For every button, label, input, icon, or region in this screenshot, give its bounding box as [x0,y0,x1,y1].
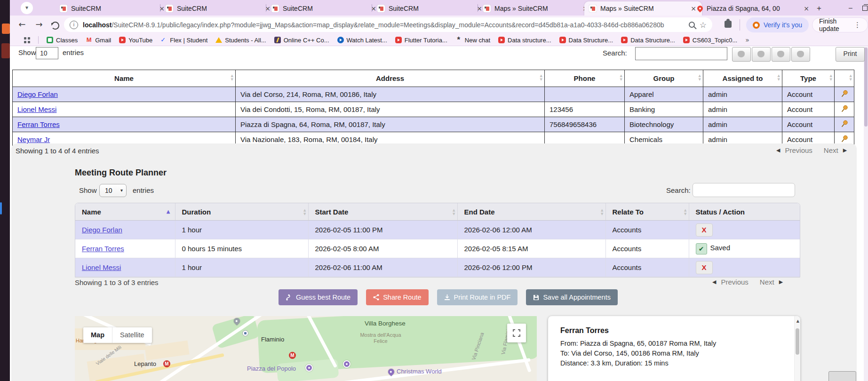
sort-icon[interactable]: ▲▼ [850,74,852,81]
accounts-search-input[interactable] [635,47,727,60]
search-icon[interactable] [689,22,695,28]
export-button-4[interactable] [791,47,810,62]
verify-its-you-button[interactable]: Verify it's you [746,17,809,32]
previous-button[interactable]: Previous [785,146,812,154]
export-button-1[interactable] [732,47,751,62]
metro-icon[interactable]: M [289,352,296,359]
map-type-satellite-button[interactable]: Satellite [112,327,152,343]
bookmark-data-structure-2[interactable]: Data Structure... [559,37,613,44]
sort-icon[interactable]: ▲▼ [303,208,306,216]
entries-select[interactable]: 10 [36,47,58,59]
planner-entries-select[interactable]: 10▾ [99,184,127,197]
sort-icon[interactable]: ▲▼ [540,74,542,81]
new-tab-button[interactable]: + [813,2,825,15]
tab-suitecrm-1[interactable]: SuiteCRM × [55,1,170,16]
col-header-name[interactable]: Name▲▼ [13,70,236,87]
col-header-group[interactable]: Group▲▼ [625,70,703,87]
previous-arrow-icon[interactable]: ◀ [776,147,780,153]
bookmarks-overflow-icon[interactable]: » [745,36,749,44]
delete-button[interactable]: X [696,261,713,274]
pushpin-icon[interactable] [841,120,848,127]
share-route-button[interactable]: Share Route [366,289,428,305]
scrollbar-thumb[interactable] [796,328,799,355]
bookmark-classes[interactable]: Classes [47,37,78,44]
tab-suitecrm-3[interactable]: SuiteCRM × [267,1,382,16]
bookmark-students-all[interactable]: Students - All... [215,37,266,44]
col-header-end-date[interactable]: End Date▲▼ [457,203,605,221]
previous-button[interactable]: Previous [721,278,748,286]
guess-best-route-button[interactable]: Guess best Route [279,289,358,305]
google-map[interactable]: Hamburgeria Viale delle Mili Flaminio M … [75,316,537,381]
account-link[interactable]: Diego Forlan [17,90,58,98]
tab-maps-suitecrm-active[interactable]: Maps » SuiteCRM × [584,1,702,16]
bookmark-cs603[interactable]: CS603_Topic0... [683,37,737,44]
map-poi-badge[interactable] [242,330,248,336]
col-header-phone[interactable]: Phone▲▼ [545,70,625,87]
scroll-up-icon[interactable]: ▲ [796,319,799,323]
export-button-2[interactable] [752,47,771,62]
bookmark-flutter-tutorial[interactable]: Flutter Tutoria... [395,37,447,44]
tab-close-icon[interactable]: × [803,5,810,12]
sort-icon[interactable]: ▲▼ [699,74,701,81]
print-button[interactable]: Print [836,47,865,62]
site-info-icon[interactable]: i [70,21,78,29]
account-link[interactable]: Neymar Jr [17,135,50,143]
map-poi-circle[interactable] [305,364,313,372]
meeting-link[interactable]: Lionel Messi [82,263,121,271]
minimize-button[interactable]: – [845,3,856,13]
finish-update-button[interactable]: Finish update ⋮ [812,17,868,32]
sort-icon[interactable]: ▲▼ [830,74,832,81]
bookmark-star-icon[interactable]: ☆ [700,20,707,30]
partial-button[interactable] [828,371,856,381]
sort-icon[interactable]: ▲▼ [778,74,780,81]
sort-asc-icon[interactable]: ▲ [167,209,170,214]
back-button[interactable]: ← [16,19,28,29]
delete-button[interactable]: X [696,223,713,237]
col-header-name[interactable]: Name▲ [75,203,175,221]
previous-arrow-icon[interactable]: ◀ [712,279,716,285]
map-type-map-button[interactable]: Map [83,327,112,343]
dock-app-icon-2[interactable] [1,43,10,58]
col-header-assigned[interactable]: Assigned to▲▼ [703,70,782,87]
map-poi-circle[interactable] [343,360,350,368]
bookmark-watch-latest[interactable]: Watch Latest... [337,37,387,44]
bookmark-youtube[interactable]: YouTube [119,37,152,44]
sort-icon[interactable]: ▲▼ [231,74,233,81]
scrollbar-thumb[interactable] [864,48,868,127]
metro-icon[interactable]: M [163,360,170,367]
bookmark-new-chat[interactable]: *New chat [455,37,490,44]
dock-app-icon[interactable] [2,24,10,34]
next-button[interactable]: Next [824,146,838,154]
pushpin-icon[interactable] [841,105,848,112]
bookmark-online-cpp[interactable]: Online C++ Co... [274,37,329,44]
print-route-pdf-button[interactable]: Print Route in PDF [437,289,518,305]
bookmark-data-structure-1[interactable]: Data structure... [498,37,551,44]
pushpin-icon[interactable] [841,135,848,143]
kebab-menu-icon[interactable]: ⋮ [854,21,861,29]
meeting-link[interactable]: Ferran Torres [82,245,124,253]
reload-button[interactable] [51,22,59,30]
card-scrollbar[interactable]: ▲ [794,316,800,381]
restore-window-icon[interactable] [862,6,868,11]
tab-search-button[interactable]: ▾ [21,2,33,14]
sort-icon[interactable]: ▲▼ [684,208,686,216]
meeting-link[interactable]: Diego Forlan [82,226,122,234]
sort-icon[interactable]: ▲▼ [453,208,455,216]
next-arrow-icon[interactable]: ▶ [779,279,783,285]
apps-grid-icon[interactable] [24,37,30,43]
col-header-start-date[interactable]: Start Date▲▼ [308,203,457,221]
sort-icon[interactable]: ▲▼ [620,74,622,81]
account-link[interactable]: Lionel Messi [17,105,56,113]
col-header-relate-to[interactable]: Relate To▲▼ [605,203,689,221]
pushpin-icon[interactable] [841,90,848,97]
tab-suitecrm-4[interactable]: SuiteCRM × [373,1,488,16]
tab-google-maps[interactable]: Piazza di Spagna, 64, 00 × [693,1,815,16]
extensions-icon[interactable] [725,21,732,28]
save-all-appointments-button[interactable]: Save all Appointments [526,289,617,305]
forward-button[interactable]: → [33,19,45,29]
address-bar[interactable]: i localhost/SuiteCRM-8.9.1/public/legacy… [64,17,712,32]
planner-search-input[interactable] [693,183,795,197]
fullscreen-button[interactable] [507,324,526,342]
page-scrollbar[interactable] [864,47,868,381]
tab-maps-suitecrm-1[interactable]: Maps » SuiteCRM × [478,1,594,16]
